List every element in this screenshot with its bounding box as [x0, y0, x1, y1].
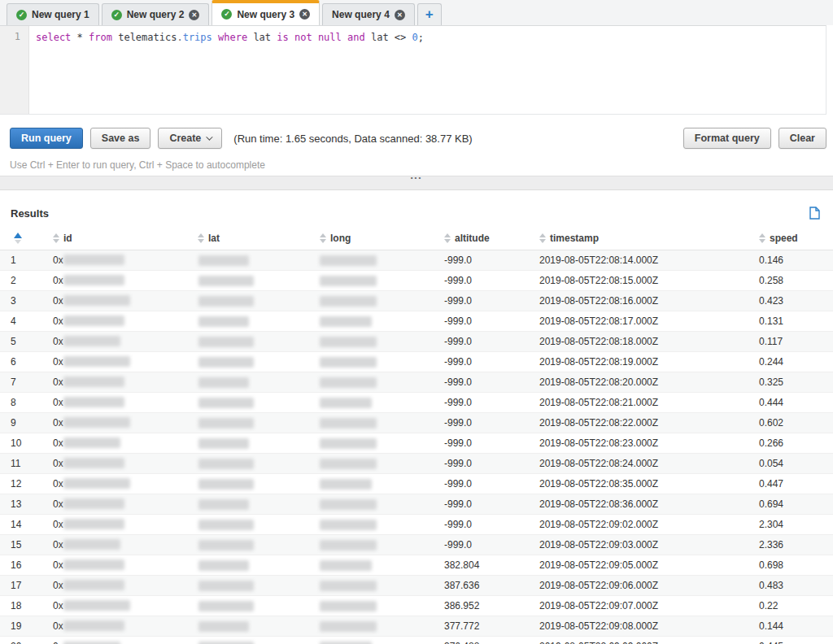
- close-tab-icon[interactable]: [299, 9, 310, 20]
- cell-lat: [191, 250, 313, 270]
- cell-altitude: -999.0: [438, 250, 533, 270]
- cell-altitude: 387.636: [438, 575, 533, 595]
- row-number: 20: [0, 636, 46, 644]
- create-dropdown-button[interactable]: Create: [158, 128, 222, 149]
- sql-code-input[interactable]: select * from telematics.trips where lat…: [29, 26, 826, 114]
- redacted-id-value: [63, 356, 130, 367]
- column-label: altitude: [455, 233, 490, 244]
- query-tab-bar: New query 1 New query 2 New query 3 New …: [0, 0, 833, 25]
- redacted-long-value: [320, 296, 377, 307]
- column-header[interactable]: timestamp: [533, 228, 752, 250]
- tab-label: New query 4: [332, 9, 390, 20]
- cell-lat: [191, 636, 313, 644]
- redacted-long-value: [320, 459, 377, 469]
- cell-speed: 0.22: [752, 595, 833, 616]
- cell-timestamp: 2019-08-05T22:08:21.000Z: [533, 392, 752, 412]
- cell-id: 0x: [46, 616, 191, 636]
- cell-altitude: -999.0: [438, 270, 533, 290]
- redacted-long-value: [320, 621, 377, 632]
- sort-icon: [759, 233, 765, 243]
- sql-token: from: [89, 32, 112, 43]
- add-tab-button[interactable]: [417, 3, 442, 25]
- column-header[interactable]: id: [46, 228, 191, 250]
- redacted-long-value: [320, 377, 377, 388]
- cell-timestamp: 2019-08-05T22:08:36.000Z: [533, 494, 752, 514]
- table-row: 1 0x -999.0 2019-08-05T22:08:14.000Z 0.1…: [0, 250, 833, 270]
- id-prefix: 0x: [53, 356, 63, 368]
- sql-token: [289, 32, 294, 43]
- sql-token: where: [218, 32, 247, 43]
- close-tab-icon[interactable]: [189, 10, 199, 20]
- redacted-long-value: [320, 398, 372, 408]
- column-header[interactable]: speed: [752, 228, 833, 250]
- column-header[interactable]: lat: [191, 228, 313, 250]
- sql-token: [212, 32, 218, 43]
- row-number-column-header[interactable]: [0, 228, 46, 250]
- redacted-lat-value: [198, 459, 254, 469]
- column-label: speed: [770, 233, 798, 244]
- table-row: 7 0x -999.0 2019-08-05T22:08:20.000Z 0.3…: [0, 372, 833, 392]
- query-tab[interactable]: New query 4: [322, 3, 415, 25]
- id-prefix: 0x: [53, 336, 63, 347]
- query-tab[interactable]: New query 2: [102, 3, 210, 25]
- redacted-lat-value: [198, 337, 254, 347]
- row-number: 3: [0, 290, 46, 311]
- cell-lat: [191, 514, 313, 534]
- run-query-button[interactable]: Run query: [10, 128, 83, 149]
- cell-id: 0x: [46, 290, 191, 311]
- id-prefix: 0x: [53, 641, 63, 644]
- cell-timestamp: 2019-08-05T22:09:05.000Z: [533, 555, 752, 575]
- cell-lat: [191, 453, 313, 473]
- cell-speed: 0.144: [752, 616, 833, 636]
- redacted-lat-value: [198, 438, 249, 449]
- column-header[interactable]: long: [313, 228, 438, 250]
- redacted-lat-value: [198, 601, 254, 611]
- sql-token: is: [277, 32, 288, 43]
- cell-long: [313, 453, 438, 473]
- row-number: 19: [0, 616, 46, 636]
- table-row: 6 0x -999.0 2019-08-05T22:08:19.000Z 0.2…: [0, 351, 833, 372]
- results-table: id lat long altitude timestamp speed 1: [0, 228, 833, 644]
- close-tab-icon[interactable]: [395, 10, 405, 20]
- editor-gutter: 1: [0, 26, 29, 114]
- redacted-id-value: [63, 620, 124, 631]
- id-prefix: 0x: [53, 620, 63, 632]
- table-row: 2 0x -999.0 2019-08-05T22:08:15.000Z 0.2…: [0, 270, 833, 290]
- id-prefix: 0x: [53, 275, 63, 286]
- row-number: 5: [0, 331, 46, 351]
- cell-altitude: -999.0: [438, 534, 533, 555]
- redacted-id-value: [63, 519, 124, 529]
- cell-timestamp: 2019-08-05T22:08:22.000Z: [533, 412, 752, 433]
- query-tab[interactable]: New query 1: [7, 3, 99, 25]
- cell-id: 0x: [46, 372, 191, 392]
- download-results-file-icon[interactable]: [809, 207, 820, 220]
- id-prefix: 0x: [53, 559, 63, 571]
- cell-altitude: -999.0: [438, 514, 533, 534]
- id-prefix: 0x: [53, 397, 63, 408]
- cell-timestamp: 2019-08-05T22:08:14.000Z: [533, 250, 752, 270]
- cell-timestamp: 2019-08-05T22:09:09.000Z: [533, 636, 752, 644]
- pane-resize-handle[interactable]: [0, 176, 833, 190]
- column-label: lat: [208, 233, 220, 244]
- sql-token: *: [71, 32, 89, 43]
- query-tab[interactable]: New query 3: [212, 0, 320, 25]
- save-as-button[interactable]: Save as: [90, 128, 151, 149]
- row-number: 2: [0, 270, 46, 290]
- cell-long: [313, 514, 438, 534]
- format-query-button[interactable]: Format query: [683, 128, 771, 149]
- cell-id: 0x: [46, 534, 191, 555]
- id-prefix: 0x: [53, 376, 63, 388]
- cell-id: 0x: [46, 595, 191, 616]
- table-row: 11 0x -999.0 2019-08-05T22:08:24.000Z 0.…: [0, 453, 833, 473]
- clear-button[interactable]: Clear: [778, 128, 826, 149]
- redacted-lat-value: [198, 255, 249, 266]
- cell-lat: [191, 311, 313, 331]
- cell-timestamp: 2019-08-05T22:08:18.000Z: [533, 331, 752, 351]
- table-row: 9 0x -999.0 2019-08-05T22:08:22.000Z 0.6…: [0, 412, 833, 433]
- redacted-long-value: [320, 499, 377, 510]
- saved-check-icon: [111, 10, 122, 20]
- cell-speed: 0.131: [752, 311, 833, 331]
- cell-lat: [191, 473, 313, 494]
- cell-timestamp: 2019-08-05T22:08:19.000Z: [533, 351, 752, 372]
- column-header[interactable]: altitude: [438, 228, 533, 250]
